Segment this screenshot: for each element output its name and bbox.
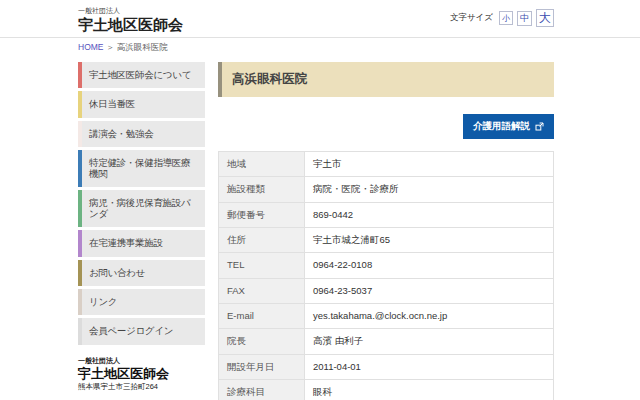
table-row: 開設年月日2011-04-01 [219,354,554,379]
sidebar-item-homecare[interactable]: 在宅連携事業施設 [78,230,205,256]
sidebar-item-contact[interactable]: お問い合わせ [78,260,205,286]
row-label: 院長 [219,329,305,354]
row-label: 診療科目 [219,380,305,400]
sidebar-item-lectures[interactable]: 講演会・勉強会 [78,121,205,147]
access-map: 熊 本 方 面 国道3号 宇土駅 [78,395,197,400]
site-branding[interactable]: 一般社団法人 宇土地区医師会 [78,6,183,35]
sidebar-item-about[interactable]: 宇土地区医師会について [78,62,205,88]
row-label: 住所 [219,228,305,253]
font-size-large-button[interactable]: 大 [536,9,554,27]
row-label: E-mail [219,304,305,329]
breadcrumb-bar: HOME ＞ 高浜眼科医院 [0,37,640,59]
table-row: 院長高濱 由利子 [219,329,554,354]
sidebar-item-member-login[interactable]: 会員ページログイン [78,318,205,344]
row-value: 869-0442 [305,202,554,227]
breadcrumb-home-link[interactable]: HOME [78,42,104,52]
row-label: FAX [219,278,305,303]
font-size-label: 文字サイズ [450,12,493,24]
font-size-control: 文字サイズ 小 中 大 [450,6,554,27]
row-value: 高濱 由利子 [305,329,554,354]
care-glossary-button[interactable]: 介護用語解説 [463,114,554,139]
font-size-medium-button[interactable]: 中 [517,11,532,26]
site-header: 一般社団法人 宇土地区医師会 文字サイズ 小 中 大 [78,0,554,37]
facility-info-table: 地域宇土市 施設種類病院・医院・診療所 郵便番号869-0442 住所宇土市城之… [218,151,554,400]
org-type-text: 一般社団法人 [78,6,183,16]
table-row: 診療科目眼科 [219,380,554,400]
sidebar-footer: 一般社団法人 宇土地区医師会 熊本県宇土市三拾町264 熊 本 方 面 国道3号 [78,356,205,400]
site-title: 宇土地区医師会 [78,16,183,35]
table-row: 郵便番号869-0442 [219,202,554,227]
breadcrumb-current: 高浜眼科医院 [117,42,168,52]
footer-org-type: 一般社団法人 [78,356,205,366]
page-title: 高浜眼科医院 [218,62,554,97]
row-label: TEL [219,253,305,278]
footer-address: 熊本県宇土市三拾町264 [78,382,205,392]
footer-org-name: 宇土地区医師会 [78,366,205,382]
breadcrumb-separator: ＞ [106,42,115,52]
sidebar-item-health-checkup[interactable]: 特定健診・保健指導医療機関 [78,150,205,187]
row-value: 宇土市 [305,152,554,177]
row-label: 施設種類 [219,177,305,202]
sidebar-item-sick-childcare[interactable]: 病児・病後児保育施設パンダ [78,190,205,227]
external-link-icon [535,122,544,131]
row-value: 0964-23-5037 [305,278,554,303]
table-row: FAX0964-23-5037 [219,278,554,303]
table-row: 施設種類病院・医院・診療所 [219,177,554,202]
row-label: 地域 [219,152,305,177]
row-value: 2011-04-01 [305,354,554,379]
breadcrumb: HOME ＞ 高浜眼科医院 [78,38,554,59]
row-label: 郵便番号 [219,202,305,227]
row-value: 0964-22-0108 [305,253,554,278]
care-glossary-button-label: 介護用語解説 [473,120,530,133]
row-value: 病院・医院・診療所 [305,177,554,202]
row-label: 開設年月日 [219,354,305,379]
sidebar-item-links[interactable]: リンク [78,289,205,315]
row-value: 眼科 [305,380,554,400]
sidebar-item-holiday-doctor[interactable]: 休日当番医 [78,91,205,117]
table-row: 住所宇土市城之浦町65 [219,228,554,253]
row-value: yes.takahama.@clock.ocn.ne.jp [305,304,554,329]
sidebar: 宇土地区医師会について 休日当番医 講演会・勉強会 特定健診・保健指導医療機関 … [78,62,205,400]
table-row: 地域宇土市 [219,152,554,177]
main-content: 高浜眼科医院 介護用語解説 地域宇土市 施設種類病院・医院・診療所 郵便番号86… [218,62,554,400]
row-value: 宇土市城之浦町65 [305,228,554,253]
table-row: TEL0964-22-0108 [219,253,554,278]
table-row: E-mailyes.takahama.@clock.ocn.ne.jp [219,304,554,329]
font-size-small-button[interactable]: 小 [499,11,513,25]
